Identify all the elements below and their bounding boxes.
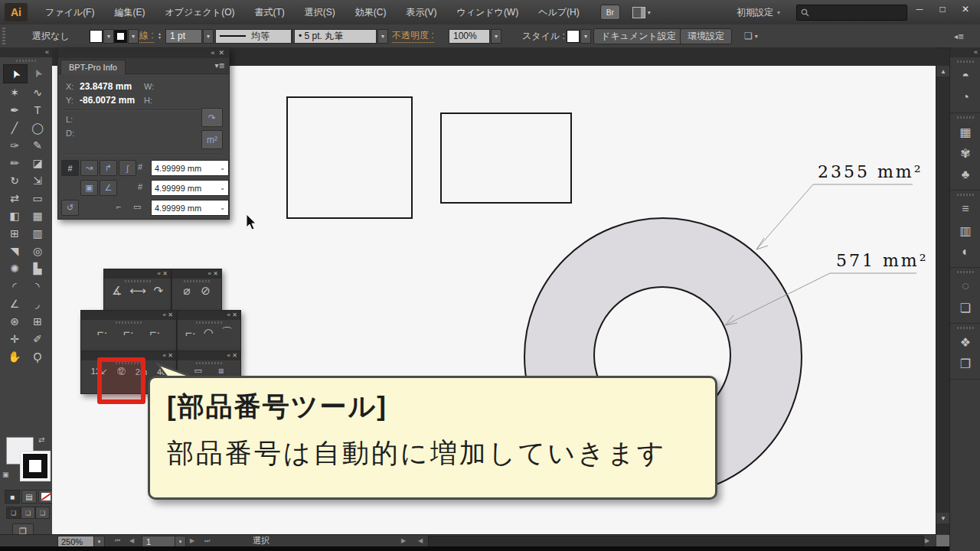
- magic-wand-tool[interactable]: ✶: [3, 83, 26, 101]
- bpt-transform-toggle[interactable]: #: [61, 160, 79, 176]
- perspective-grid-tool[interactable]: ▦: [26, 207, 49, 224]
- panel-artboards-button[interactable]: ❐: [950, 353, 980, 374]
- bpt-angle-toggle[interactable]: ∠: [100, 180, 117, 196]
- draw-inside-button[interactable]: ❏: [35, 507, 50, 519]
- blob-brush-tool[interactable]: ✏: [3, 154, 26, 171]
- bpt-offset-combo-1[interactable]: 4.99999 mm⌄: [151, 160, 229, 176]
- panel-color-guide-button[interactable]: ◔: [950, 86, 980, 108]
- close-icon[interactable]: ✕: [218, 49, 224, 57]
- bpt-offset-combo-2[interactable]: 4.99999 mm⌄: [151, 180, 229, 196]
- mesh-tool[interactable]: ⊞: [3, 224, 26, 242]
- collapse-icon[interactable]: «: [211, 49, 214, 57]
- eyedropper-tool[interactable]: ◥: [3, 242, 26, 259]
- panel-symbols-button[interactable]: ♣: [950, 164, 980, 185]
- menu-help[interactable]: ヘルプ(H): [528, 0, 590, 24]
- lasso-tool[interactable]: ∿: [26, 83, 49, 101]
- panel-layers-button[interactable]: ❖: [950, 331, 980, 353]
- draw-normal-button[interactable]: ❏: [6, 507, 21, 519]
- bpt-diameter-icon[interactable]: ⌀: [183, 284, 190, 298]
- next-artboard-button[interactable]: ▶: [190, 536, 195, 546]
- rotate-tool[interactable]: ↻: [3, 171, 26, 189]
- area-annotation-571[interactable]: 571 mm²: [836, 251, 929, 270]
- slice-tool[interactable]: ✐: [26, 330, 49, 347]
- pen-tool[interactable]: ✒: [3, 101, 26, 119]
- last-artboard-button[interactable]: ⏭: [204, 536, 211, 546]
- search-input[interactable]: [796, 5, 907, 21]
- zoom-tool[interactable]: Ϙ: [26, 347, 49, 365]
- direct-selection-tool[interactable]: ➤: [26, 64, 49, 82]
- edit-selected-paths-button[interactable]: ❏ ▾: [744, 24, 758, 47]
- panel-appearance-button[interactable]: ◌: [950, 276, 980, 297]
- type-tool[interactable]: T: [26, 101, 49, 119]
- bpt-angle-measure-icon[interactable]: ∡: [112, 284, 122, 298]
- default-fill-stroke-icon[interactable]: ▣: [2, 471, 9, 478]
- bpt-diameter-dim-icon[interactable]: ⊘: [201, 284, 211, 298]
- bpt-arc-length-button[interactable]: ↷: [201, 108, 223, 127]
- stroke-link[interactable]: 線 :: [139, 24, 154, 47]
- line-segment-tool[interactable]: ╱: [3, 119, 26, 136]
- previous-artboard-button[interactable]: ◀: [129, 536, 135, 546]
- panel-brushes-button[interactable]: ✾: [950, 142, 980, 164]
- horizontal-scrollbar[interactable]: [428, 536, 924, 547]
- panel-color-button[interactable]: ◓: [950, 65, 980, 86]
- swap-fill-stroke-icon[interactable]: ⇄: [38, 435, 44, 444]
- menu-type[interactable]: 書式(T): [244, 0, 294, 24]
- bpt-area-button[interactable]: m²: [201, 130, 223, 149]
- bpt-corner-tool[interactable]: ◞: [26, 295, 49, 312]
- menu-effect[interactable]: 効果(C): [345, 0, 397, 24]
- bpt-angle-dimension-tool[interactable]: ∠: [3, 295, 26, 312]
- close-button[interactable]: ✕: [954, 0, 977, 18]
- document-setup-button[interactable]: ドキュメント設定: [593, 28, 684, 44]
- bpt-curve-toggle[interactable]: ∫: [119, 160, 136, 176]
- fill-color-well[interactable]: ▾: [90, 24, 114, 47]
- tools-collapse-bar[interactable]: «: [0, 47, 52, 57]
- palette-bar[interactable]: « ✕: [81, 311, 176, 320]
- arrange-documents-button[interactable]: ▾: [632, 7, 651, 18]
- panel-menu-icon[interactable]: ▾≣: [215, 61, 225, 70]
- collapse-control-panel-button[interactable]: ◂≣: [954, 24, 964, 47]
- shape-builder-tool[interactable]: ◧: [3, 207, 26, 224]
- bpt-offset-combo-3[interactable]: 4.99999 mm⌄: [151, 200, 229, 216]
- brush-definition-combo[interactable]: • 5 pt. 丸筆 ▾: [294, 24, 388, 47]
- menu-file[interactable]: ファイル(F): [35, 0, 104, 24]
- draw-behind-button[interactable]: ❏: [21, 507, 35, 519]
- bpt-part-number-tool[interactable]: ⊛: [3, 312, 26, 330]
- none-button[interactable]: [38, 490, 54, 504]
- style-swatch-combo[interactable]: ▾: [567, 24, 591, 47]
- bpt-arc-pt-icon[interactable]: ◠: [204, 326, 214, 340]
- bpt-fillet-tool[interactable]: ◜: [3, 277, 26, 295]
- panel-swatches-button[interactable]: ▦: [950, 121, 980, 142]
- bpt-corner-pt-icon[interactable]: ⌐·: [185, 326, 196, 339]
- area-annotation-2355[interactable]: 2355 mm²: [818, 162, 923, 181]
- eraser-tool[interactable]: ◪: [26, 154, 49, 171]
- bpt-fillet-angle-tool[interactable]: ◝: [26, 277, 49, 295]
- bpt-rotate-toggle[interactable]: ↺: [61, 200, 79, 216]
- stroke-weight-combo[interactable]: 1 pt ▾: [165, 24, 214, 47]
- menu-select[interactable]: 選択(S): [295, 0, 345, 24]
- blend-tool[interactable]: ◎: [26, 242, 49, 259]
- status-popup-icon[interactable]: ▶: [401, 536, 407, 546]
- column-graph-tool[interactable]: ▙: [26, 259, 49, 277]
- bpt-curve-pt-icon[interactable]: ⌒: [221, 325, 233, 340]
- maximize-button[interactable]: □: [931, 0, 954, 18]
- palette-bar[interactable]: « ✕: [178, 311, 240, 320]
- square-shape[interactable]: [287, 97, 412, 218]
- panel-graphic-styles-button[interactable]: ❏: [950, 297, 980, 318]
- vertical-scrollbar[interactable]: ▲ ▼: [936, 66, 950, 534]
- first-artboard-button[interactable]: ⏮: [115, 536, 121, 546]
- zoom-level-field[interactable]: 250%: [57, 536, 97, 547]
- panel-collapse-bar[interactable]: « ✕: [58, 48, 229, 58]
- artboard-number-field[interactable]: 1: [142, 536, 179, 547]
- color-button[interactable]: ■: [5, 490, 20, 504]
- panel-gradient-button[interactable]: ▥: [950, 220, 980, 241]
- preferences-button[interactable]: 環境設定: [680, 28, 732, 44]
- palette-bar[interactable]: « ✕: [104, 269, 171, 279]
- menu-edit[interactable]: 編集(E): [104, 0, 155, 24]
- zoom-dropdown-button[interactable]: ▾: [93, 536, 105, 547]
- bpt-fillet-r3-icon[interactable]: ⌐·: [150, 325, 161, 338]
- symbol-sprayer-tool[interactable]: ✺: [3, 259, 26, 277]
- bpt-layout-tool[interactable]: ⊞: [26, 312, 49, 330]
- bpt-width-measure-icon[interactable]: ⟷: [129, 284, 146, 298]
- bpt-rect-grid-tool-icon[interactable]: ⧈: [218, 366, 224, 376]
- bpt-panel-tab[interactable]: BPT-Pro Info: [60, 60, 126, 74]
